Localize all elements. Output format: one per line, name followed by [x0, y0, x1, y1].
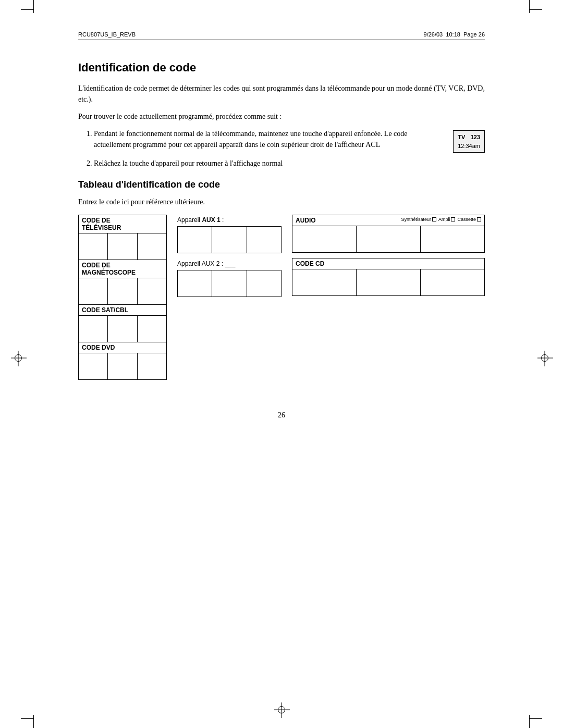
code-aux2-cell-2	[212, 270, 247, 297]
aux1-section: Appareil AUX 1 :	[177, 215, 282, 253]
checkbox-ampli: Ampli	[438, 217, 456, 222]
cassette-label: Cassette	[457, 217, 476, 222]
page-number: 26	[78, 411, 485, 419]
code-vcr-cell-2	[108, 278, 137, 304]
code-cd-label: CODE CD	[292, 258, 484, 269]
code-cd-cell-3	[421, 269, 484, 295]
code-aux2-cell-3	[247, 270, 281, 297]
code-sat-cell-1	[79, 316, 108, 342]
code-box-aux2	[177, 270, 282, 297]
code-box-dvd: CODE DVD	[78, 342, 167, 380]
page-header: RCU807US_IB_REVB 9/26/03 10:18 Page 26	[78, 31, 485, 40]
code-tv-cell-1	[79, 233, 108, 260]
corner-tick-tr-h	[529, 9, 542, 10]
ampli-checkbox[interactable]	[451, 217, 455, 221]
code-sat-cells	[79, 316, 166, 342]
code-audio-cells	[292, 226, 484, 252]
code-aux1-cell-2	[212, 227, 247, 253]
code-dvd-cell-2	[108, 353, 137, 379]
section2-title: Tableau d'identification de code	[78, 179, 485, 190]
code-sat-cell-3	[138, 316, 166, 342]
code-audio-cell-1	[292, 226, 357, 252]
code-vcr-cells	[79, 278, 166, 304]
steps-list: TV 123 12:34am Pendant le fonctionnement…	[94, 128, 485, 169]
crosshair-bottom	[278, 706, 285, 713]
aux2-section: Appareil AUX 2 : ___	[177, 258, 282, 297]
crosshair-right	[541, 354, 548, 362]
corner-tick-tl-h	[21, 9, 34, 10]
aux2-label: Appareil AUX 2 : ___	[177, 258, 282, 269]
col-left: CODE DETÉLÉVISEUR CODE DEMAGNÉTOSCOPE	[78, 215, 167, 380]
code-sat-label: CODE SAT/CBL	[79, 305, 166, 316]
code-aux1-cells	[178, 227, 281, 253]
step1-text: Pendant le fonctionnement normal de la t…	[94, 130, 408, 149]
code-aux2-cell-1	[178, 270, 212, 297]
code-dvd-label: CODE DVD	[79, 342, 166, 353]
col-right: AUDIO Synthétisateur Ampli	[292, 215, 485, 380]
code-box-sat: CODE SAT/CBL	[78, 304, 167, 342]
corner-tick-tr-v	[529, 0, 530, 13]
aux2-label-text: Appareil AUX 2 : ___	[177, 260, 235, 267]
aux1-label-text: Appareil AUX 1 :	[177, 216, 224, 224]
synth-checkbox[interactable]	[432, 217, 436, 221]
step1-container: TV 123 12:34am Pendant le fonctionnement…	[94, 128, 485, 153]
code-cd-cells	[292, 269, 484, 295]
code-cd-cell-1	[292, 269, 357, 295]
header-filename: RCU807US_IB_REVB	[78, 31, 136, 38]
code-vcr-cell-3	[138, 278, 166, 304]
code-box-cd: CODE CD	[292, 258, 485, 296]
aux1-label: Appareil AUX 1 :	[177, 215, 282, 225]
code-tv-cell-3	[138, 233, 166, 260]
code-vcr-cell-1	[79, 278, 108, 304]
audio-checkboxes: Synthétisateur Ampli Cassette	[401, 217, 481, 222]
code-tv-label: CODE DETÉLÉVISEUR	[79, 215, 166, 233]
code-box-vcr: CODE DEMAGNÉTOSCOPE	[78, 260, 167, 305]
checkbox-cassette: Cassette	[457, 217, 481, 222]
ampli-label: Ampli	[438, 217, 450, 222]
code-cd-cell-2	[357, 269, 421, 295]
corner-tick-br-v	[529, 715, 530, 728]
lcd-display: TV 123 12:34am	[453, 130, 485, 153]
section1-para1: L'identification de code permet de déter…	[78, 83, 485, 105]
code-aux2-cells	[178, 270, 281, 297]
lcd-number: 123	[471, 133, 480, 142]
corner-tick-br-h	[529, 718, 542, 719]
lcd-time: 12:34am	[458, 142, 480, 151]
col-middle: Appareil AUX 1 : Ap	[177, 215, 282, 380]
code-box-aux1	[177, 226, 282, 253]
synth-label: Synthétisateur	[401, 217, 431, 222]
section2-intro: Entrez le code ici pour référence ultéri…	[78, 196, 485, 207]
section1-para2: Pour trouver le code actuellement progra…	[78, 111, 485, 122]
crosshair-left	[15, 354, 22, 362]
code-table-layout: CODE DETÉLÉVISEUR CODE DEMAGNÉTOSCOPE	[78, 215, 485, 380]
header-date: 9/26/03 10:18 Page 26	[424, 31, 485, 38]
section1-title: Identification de code	[78, 61, 485, 75]
section2: Tableau d'identification de code Entrez …	[78, 179, 485, 380]
audio-label: AUDIO	[296, 217, 316, 224]
code-box-tv: CODE DETÉLÉVISEUR	[78, 215, 167, 260]
code-audio-cell-2	[357, 226, 421, 252]
code-dvd-cell-1	[79, 353, 108, 379]
code-box-audio: AUDIO Synthétisateur Ampli	[292, 215, 485, 253]
code-vcr-label: CODE DEMAGNÉTOSCOPE	[79, 260, 166, 278]
checkbox-synth: Synthétisateur	[401, 217, 436, 222]
code-audio-cell-3	[421, 226, 484, 252]
code-aux1-cell-1	[178, 227, 212, 253]
code-dvd-cells	[79, 353, 166, 379]
cassette-checkbox[interactable]	[477, 217, 481, 221]
code-tv-cells	[79, 233, 166, 260]
code-aux1-cell-3	[247, 227, 281, 253]
lcd-tv-label: TV	[458, 133, 465, 142]
corner-tick-tl-v	[33, 0, 34, 13]
code-tv-cell-2	[108, 233, 137, 260]
step2-item: Relâchez la touche d'appareil pour retou…	[94, 158, 485, 169]
step1-item: TV 123 12:34am Pendant le fonctionnement…	[94, 128, 485, 153]
code-dvd-cell-3	[138, 353, 166, 379]
code-sat-cell-2	[108, 316, 137, 342]
corner-tick-bl-h	[21, 718, 34, 719]
corner-tick-bl-v	[33, 715, 34, 728]
lcd-tv-line: TV 123	[458, 133, 480, 142]
audio-header: AUDIO Synthétisateur Ampli	[292, 215, 484, 226]
